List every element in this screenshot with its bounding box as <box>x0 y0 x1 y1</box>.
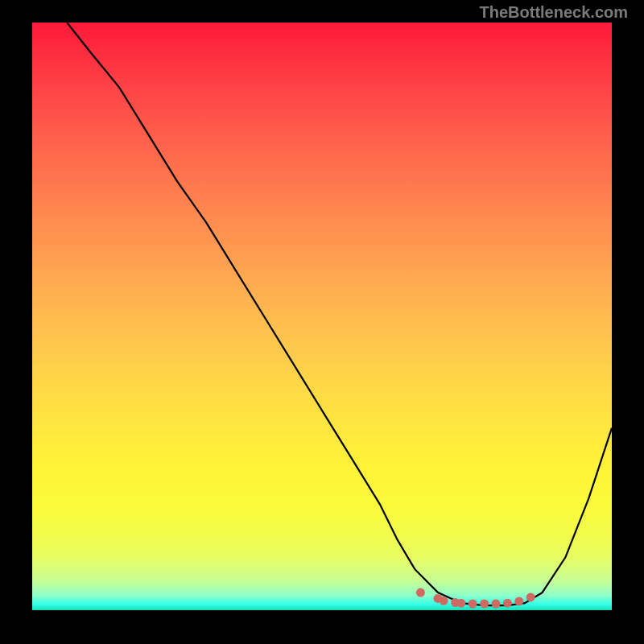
plot-area <box>32 23 612 610</box>
svg-point-10 <box>526 592 535 601</box>
svg-point-6 <box>480 600 489 609</box>
chart-svg <box>32 23 612 610</box>
svg-point-2 <box>440 597 448 605</box>
svg-point-7 <box>492 600 501 609</box>
svg-point-5 <box>469 600 477 609</box>
attribution-label: TheBottleneck.com <box>480 3 628 22</box>
curve-line <box>67 23 612 605</box>
svg-point-4 <box>456 599 465 608</box>
marker-dots <box>416 588 535 609</box>
svg-point-8 <box>503 599 512 608</box>
svg-point-0 <box>416 588 425 597</box>
svg-point-9 <box>514 597 523 606</box>
